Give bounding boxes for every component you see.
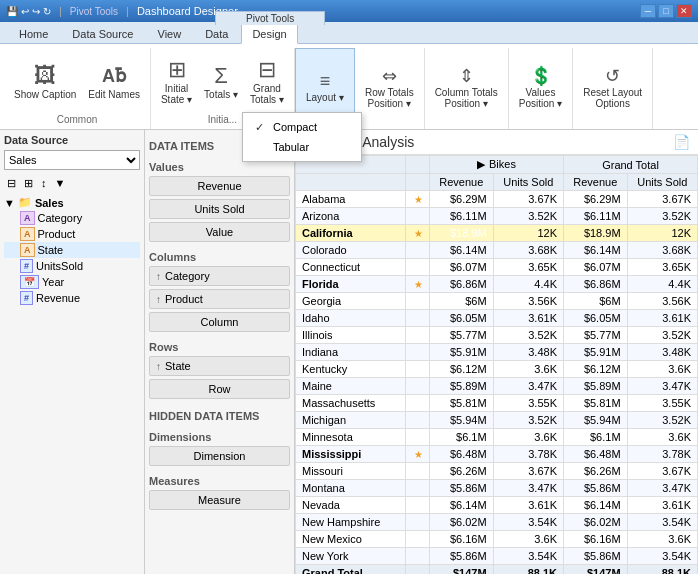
table-row: California ★ $18.9M 12K $18.9M 12K xyxy=(296,225,698,242)
gt-units-cell: 3.61K xyxy=(627,497,697,514)
star-cell xyxy=(406,344,430,361)
revenue-field-btn[interactable]: Revenue xyxy=(149,176,290,196)
tab-datasource[interactable]: Data Source xyxy=(61,24,144,43)
row-totals-button[interactable]: ⇔ Row TotalsPosition ▾ xyxy=(361,65,418,111)
bikes-units-header: Units Sold xyxy=(493,174,563,191)
gt-units-cell: 88.1K xyxy=(627,565,697,575)
show-caption-label: Show Caption xyxy=(14,89,76,100)
refresh-icon[interactable]: ↻ xyxy=(43,6,51,17)
gt-units-cell: 3.67K xyxy=(627,191,697,208)
state-cell: Illinois xyxy=(296,327,406,344)
star-cell xyxy=(406,497,430,514)
row-btn[interactable]: Row xyxy=(149,379,290,399)
tree-filter-btn[interactable]: ▼ xyxy=(52,176,69,191)
state-row-label: State xyxy=(165,360,191,372)
year-label: Year xyxy=(42,276,64,288)
datasource-select[interactable]: Sales xyxy=(4,150,140,170)
star-cell xyxy=(406,565,430,575)
bike-units-cell: 3.68K xyxy=(493,242,563,259)
pivot-table-container[interactable]: ▶Bikes Grand Total Revenue Units Sold Re… xyxy=(295,155,698,574)
initial-buttons: ⊞ InitialState ▾ Σ Totals ▾ ⊟ GrandTotal… xyxy=(157,50,288,114)
table-row: Michigan $5.94M 3.52K $5.94M 3.52K xyxy=(296,412,698,429)
totals-icon: Σ xyxy=(214,65,228,87)
gt-units-cell: 12K xyxy=(627,225,697,242)
tree-root[interactable]: ▼ 📁 Sales xyxy=(4,195,140,210)
tab-view[interactable]: View xyxy=(147,24,193,43)
tree-year[interactable]: 📅 Year xyxy=(4,274,140,290)
bike-units-cell: 3.52K xyxy=(493,412,563,429)
col-totals-button[interactable]: ⇕ Column TotalsPosition ▾ xyxy=(431,65,502,111)
tree-category[interactable]: A Category xyxy=(4,210,140,226)
tab-home[interactable]: Home xyxy=(8,24,59,43)
tree-expand-btn[interactable]: ⊞ xyxy=(21,176,36,191)
bike-units-cell: 3.6K xyxy=(493,361,563,378)
unitssold-field-btn[interactable]: Units Sold xyxy=(149,199,290,219)
gt-units-cell: 3.65K xyxy=(627,259,697,276)
tree-collapse-btn[interactable]: ⊟ xyxy=(4,176,19,191)
column-btn[interactable]: Column xyxy=(149,312,290,332)
col-totals-icon: ⇕ xyxy=(459,67,474,85)
state-subheader xyxy=(296,174,406,191)
totals-button[interactable]: Σ Totals ▾ xyxy=(200,63,242,102)
layout-compact-option[interactable]: Compact xyxy=(243,117,361,137)
close-button[interactable]: ✕ xyxy=(676,4,692,18)
bike-rev-cell: $6.26M xyxy=(430,463,494,480)
bike-rev-cell: $6.05M xyxy=(430,310,494,327)
minimize-button[interactable]: ─ xyxy=(640,4,656,18)
state-cell: Arizona xyxy=(296,208,406,225)
reset-layout-icon: ↺ xyxy=(605,67,620,85)
state-cell: Florida xyxy=(296,276,406,293)
tree-state[interactable]: A State xyxy=(4,242,140,258)
coltotals-buttons: ⇕ Column TotalsPosition ▾ xyxy=(431,50,502,125)
middle-panel: DATA ITEMS Values Revenue Units Sold Val… xyxy=(145,130,295,574)
category-col-btn[interactable]: ↑ Category xyxy=(149,266,290,286)
initial-state-button[interactable]: ⊞ InitialState ▾ xyxy=(157,57,196,107)
gt-rev-cell: $5.77M xyxy=(563,327,627,344)
datasource-row: Sales xyxy=(4,150,140,170)
product-icon: A xyxy=(20,227,35,241)
revenue-label: Revenue xyxy=(36,292,80,304)
maximize-button[interactable]: □ xyxy=(658,4,674,18)
pivot-export-icon[interactable]: 📄 xyxy=(673,134,690,150)
gt-units-cell: 3.6K xyxy=(627,429,697,446)
product-col-btn[interactable]: ↑ Product xyxy=(149,289,290,309)
expand-bikes-icon[interactable]: ▶ xyxy=(477,158,485,170)
tree-sort-btn[interactable]: ↕ xyxy=(38,176,50,191)
values-position-button[interactable]: 💲 ValuesPosition ▾ xyxy=(515,65,566,111)
state-row-btn[interactable]: ↑ State xyxy=(149,356,290,376)
tree-unitssold[interactable]: # UnitsSold xyxy=(4,258,140,274)
measure-btn[interactable]: Measure xyxy=(149,490,290,510)
bike-rev-cell: $5.89M xyxy=(430,378,494,395)
row-totals-icon: ⇔ xyxy=(382,67,397,85)
bike-units-cell: 3.6K xyxy=(493,531,563,548)
gt-rev-cell: $6.16M xyxy=(563,531,627,548)
value-field-btn[interactable]: Value xyxy=(149,222,290,242)
tab-data[interactable]: Data xyxy=(194,24,239,43)
gt-units-cell: 3.6K xyxy=(627,531,697,548)
layout-tabular-option[interactable]: Tabular xyxy=(243,137,361,157)
hidden-label: HIDDEN DATA ITEMS xyxy=(149,410,290,422)
reset-layout-button[interactable]: ↺ Reset LayoutOptions xyxy=(579,65,646,111)
undo-icon[interactable]: ↩ xyxy=(21,6,29,17)
quick-access: 💾 ↩ ↪ ↻ xyxy=(6,6,51,17)
gt-rev-cell: $6.1M xyxy=(563,429,627,446)
ribbon-group-coltotals: ⇕ Column TotalsPosition ▾ xyxy=(425,48,509,129)
redo-icon[interactable]: ↪ xyxy=(32,6,40,17)
tab-design[interactable]: Design xyxy=(241,24,297,44)
table-row: Georgia $6M 3.56K $6M 3.56K xyxy=(296,293,698,310)
tree-product[interactable]: A Product xyxy=(4,226,140,242)
grand-totals-button[interactable]: ⊟ GrandTotals ▾ xyxy=(246,57,288,107)
category-up-icon: ↑ xyxy=(156,271,161,282)
dimension-btn[interactable]: Dimension xyxy=(149,446,290,466)
edit-names-button[interactable]: Aƀ Edit Names xyxy=(84,63,144,102)
product-label: Product xyxy=(38,228,76,240)
pivot-tools-tab-group: Pivot Tools xyxy=(215,11,325,25)
tree-revenue[interactable]: # Revenue xyxy=(4,290,140,306)
title-bar: 💾 ↩ ↪ ↻ | Pivot Tools | Dashboard Design… xyxy=(0,0,698,22)
bike-rev-cell: $6.16M xyxy=(430,531,494,548)
save-icon[interactable]: 💾 xyxy=(6,6,18,17)
show-caption-button[interactable]: 🖼 Show Caption xyxy=(10,63,80,102)
tree-area: ▼ 📁 Sales A Category A Product A State #… xyxy=(4,195,140,570)
bike-rev-cell: $18.9M xyxy=(430,225,494,242)
layout-button[interactable]: ≡ Layout ▾ xyxy=(302,70,348,105)
